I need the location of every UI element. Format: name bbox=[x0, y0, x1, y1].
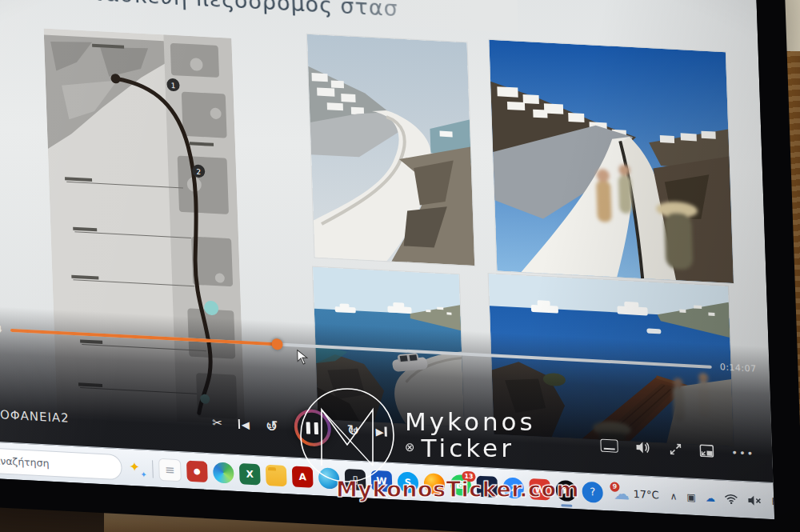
render-walkway-cliff bbox=[307, 34, 474, 266]
volume-muted-icon[interactable] bbox=[747, 494, 762, 506]
photo-of-monitor: κατασκευή πεζόδρομος στασ bbox=[0, 0, 800, 532]
title-fade bbox=[333, 0, 518, 34]
render-promenade-people bbox=[489, 40, 734, 283]
forward-30-icon[interactable]: ↻ 30 bbox=[346, 421, 360, 439]
browser-circle-icon[interactable] bbox=[318, 467, 340, 489]
system-tray: ∧ ▣ ☁ ΕΛ 12:33 μμ 6/1/2025 bbox=[670, 483, 774, 518]
films-and-tv-icon[interactable]: ▶ bbox=[555, 479, 577, 501]
next-icon[interactable]: ▶ bbox=[375, 425, 387, 438]
seek-fill bbox=[10, 328, 277, 345]
phone-link-icon[interactable]: ▯ bbox=[345, 468, 366, 490]
weather-widget[interactable]: ☁ 9 17°C bbox=[613, 485, 659, 503]
more-options-icon[interactable]: ••• bbox=[731, 446, 755, 460]
whatsapp-badge: 13 bbox=[462, 470, 475, 482]
fullscreen-icon[interactable] bbox=[669, 442, 682, 456]
svg-text:1: 1 bbox=[171, 82, 176, 90]
mini-player-icon[interactable] bbox=[699, 444, 714, 458]
copilot-icon[interactable]: ✦ ✦ bbox=[127, 458, 147, 478]
camera-app-icon[interactable]: ▣ bbox=[686, 491, 696, 503]
zoom-icon[interactable]: z bbox=[502, 477, 524, 498]
rewind-10-icon[interactable]: ↺ 10 bbox=[265, 417, 278, 435]
trim-icon[interactable]: ✂ bbox=[212, 415, 222, 430]
media-player-red-icon[interactable]: ● bbox=[186, 460, 208, 482]
seek-thumb[interactable] bbox=[271, 338, 282, 350]
weather-temp: 17°C bbox=[633, 488, 659, 502]
pause-icon bbox=[297, 412, 328, 444]
weather-cloud-icon: ☁ 9 bbox=[613, 485, 630, 502]
edge-icon[interactable] bbox=[213, 462, 234, 483]
mouse-cursor bbox=[296, 350, 308, 366]
search-input[interactable]: Αναζήτηση bbox=[0, 446, 122, 480]
notepad-icon[interactable]: ≡ bbox=[158, 458, 182, 482]
duration-time: 0:14:07 bbox=[720, 362, 757, 374]
previous-icon[interactable]: ◀ bbox=[238, 418, 250, 430]
get-help-icon[interactable]: ? bbox=[582, 481, 603, 502]
wps-office-icon[interactable]: W bbox=[529, 478, 550, 500]
monitor-bezel: κατασκευή πεζόδρομος στασ bbox=[0, 0, 800, 532]
language-indicator[interactable]: ΕΛ bbox=[771, 495, 774, 507]
screen: κατασκευή πεζόδρομος στασ bbox=[0, 0, 774, 519]
elapsed-time: 31:54 bbox=[0, 323, 2, 335]
firefox-icon[interactable] bbox=[424, 473, 446, 494]
whatsapp-icon[interactable]: ☎ 13 bbox=[450, 474, 471, 495]
file-explorer-icon[interactable] bbox=[266, 464, 287, 486]
hidden-icons-chevron[interactable]: ∧ bbox=[670, 490, 677, 502]
photos-icon[interactable]: ▲ bbox=[476, 475, 498, 497]
word-icon[interactable]: W bbox=[371, 470, 393, 491]
excel-icon[interactable]: X bbox=[239, 463, 261, 485]
svg-text:2: 2 bbox=[196, 168, 201, 176]
search-placeholder: Αναζήτηση bbox=[0, 454, 50, 470]
wifi-icon[interactable] bbox=[724, 494, 738, 505]
taskbar-separator bbox=[152, 460, 154, 478]
volume-icon[interactable] bbox=[635, 441, 652, 454]
onedrive-icon[interactable]: ☁ bbox=[706, 492, 715, 504]
skype-icon[interactable]: S bbox=[398, 471, 419, 493]
acrobat-icon[interactable]: A bbox=[292, 466, 314, 487]
cc-icon[interactable] bbox=[600, 439, 618, 453]
video-title: ΘΕΟΦΑΝΕΙΑ2 bbox=[0, 406, 70, 426]
play-pause-button[interactable] bbox=[294, 408, 332, 447]
